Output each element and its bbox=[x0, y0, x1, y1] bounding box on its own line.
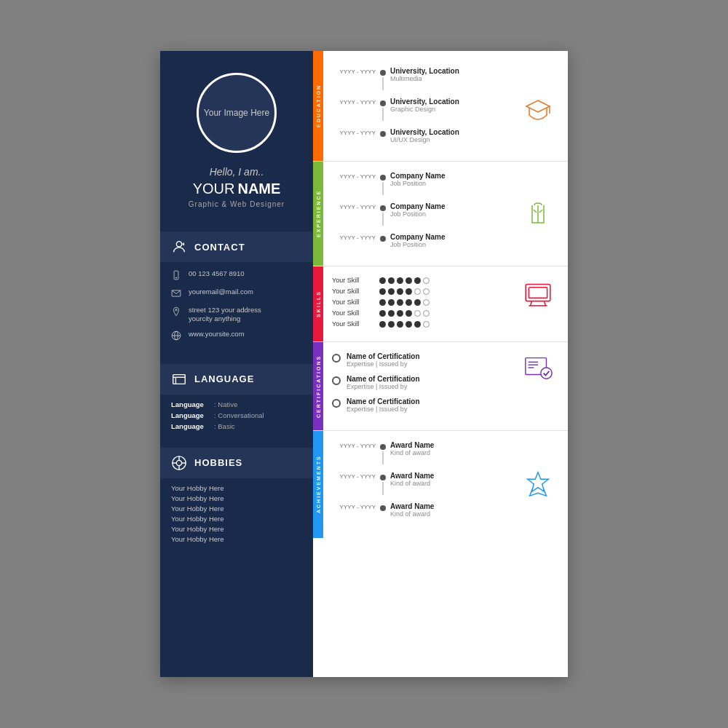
hobbies-section-header: HOBBIES bbox=[160, 448, 313, 478]
education-entries: YYYY - YYYY University, Location Multime… bbox=[332, 67, 523, 151]
edu-entry-3: YYYY - YYYY University, Location UI/UX D… bbox=[332, 128, 523, 143]
hobbies-section-title: HOBBIES bbox=[194, 457, 242, 468]
svg-line-25 bbox=[544, 301, 545, 306]
svg-point-29 bbox=[541, 368, 552, 379]
address-text: street 123 your address yourcity anythin… bbox=[189, 306, 261, 324]
achievements-tab-label: ACHIEVEMENTS bbox=[316, 456, 321, 514]
certifications-section: CERTIFICATIONS Name of Certification Exp… bbox=[313, 342, 568, 431]
education-section: EDUCATION YYYY - YYYY University, Locati… bbox=[313, 51, 568, 162]
hobby-1: Your Hobby Here bbox=[171, 484, 302, 492]
skill-1-dots bbox=[379, 277, 430, 284]
contact-list: 00 123 4567 8910 youremail@mail.com bbox=[160, 262, 313, 355]
sidebar: Your Image Here Hello, I am.. YOUR NAME … bbox=[160, 51, 313, 677]
phone-text: 00 123 4567 8910 bbox=[189, 269, 245, 278]
achievements-section: ACHIEVEMENTS YYYY - YYYY Award Name Kind… bbox=[313, 431, 568, 538]
certs-tab-label: CERTIFICATIONS bbox=[316, 355, 321, 417]
hobby-5: Your Hobby Here bbox=[171, 525, 302, 533]
hobby-6: Your Hobby Here bbox=[171, 535, 302, 543]
cert-entries: Name of Certification Expertise | Issued… bbox=[332, 352, 523, 420]
svg-point-4 bbox=[175, 277, 176, 278]
edu-date-3: YYYY - YYYY bbox=[332, 128, 376, 136]
profile-section: Your Image Here Hello, I am.. YOUR NAME … bbox=[160, 51, 313, 223]
certifications-content: Name of Certification Expertise | Issued… bbox=[328, 352, 553, 420]
svg-line-24 bbox=[531, 301, 532, 306]
skill-2-dots bbox=[379, 288, 430, 295]
contact-phone: 00 123 4567 8910 bbox=[171, 269, 302, 282]
hobbies-list: Your Hobby Here Your Hobby Here Your Hob… bbox=[160, 478, 313, 551]
edu-entry-2: YYYY - YYYY University, Location Graphic… bbox=[332, 98, 523, 121]
profile-image-label: Your Image Here bbox=[204, 107, 269, 119]
cert-2: Name of Certification Expertise | Issued… bbox=[332, 375, 523, 390]
edu-dot-1 bbox=[380, 70, 386, 90]
web-text: www.yoursite.com bbox=[189, 330, 245, 339]
name-display: YOUR NAME bbox=[193, 181, 281, 197]
achievements-entries: YYYY - YYYY Award Name Kind of award YYY… bbox=[332, 441, 523, 525]
lang-2: Language : Conversational bbox=[171, 411, 302, 419]
education-content: YYYY - YYYY University, Location Multime… bbox=[328, 67, 553, 151]
skill-3-dots bbox=[379, 299, 430, 306]
language-section-header: LANGUAGE bbox=[160, 364, 313, 395]
achievements-icon bbox=[523, 468, 553, 499]
main-content: EDUCATION YYYY - YYYY University, Locati… bbox=[313, 51, 568, 677]
skills-entries: Your Skill Your Skill Your Skill bbox=[332, 277, 523, 331]
exp-entry-1: YYYY - YYYY Company Name Job Position bbox=[332, 172, 523, 195]
language-section-title: LANGUAGE bbox=[194, 373, 254, 384]
skill-5: Your Skill bbox=[332, 320, 523, 328]
profile-title: Graphic & Web Designer bbox=[189, 200, 285, 208]
skill-4: Your Skill bbox=[332, 309, 523, 317]
name-light: YOUR bbox=[193, 181, 235, 197]
exp-entry-3: YYYY - YYYY Company Name Job Position bbox=[332, 233, 523, 248]
contact-section-title: CONTACT bbox=[194, 242, 245, 253]
language-icon bbox=[171, 371, 187, 387]
svg-point-0 bbox=[176, 242, 181, 247]
experience-content: YYYY - YYYY Company Name Job Position YY… bbox=[328, 172, 553, 256]
hobby-2: Your Hobby Here bbox=[171, 494, 302, 502]
svg-line-21 bbox=[534, 210, 537, 213]
contact-web: www.yoursite.com bbox=[171, 330, 302, 342]
skills-content: Your Skill Your Skill Your Skill bbox=[328, 277, 553, 331]
education-icon bbox=[523, 94, 553, 124]
email-text: youremail@mail.com bbox=[189, 288, 253, 296]
edu-info-1: University, Location Multimedia bbox=[390, 67, 523, 82]
skills-section: SKILLS Your Skill Your Skill bbox=[313, 266, 568, 342]
experience-tab-label: EXPERIENCE bbox=[316, 190, 321, 237]
education-tab-label: EDUCATION bbox=[316, 84, 321, 127]
skill-5-dots bbox=[379, 321, 430, 328]
cert-1: Name of Certification Expertise | Issued… bbox=[332, 352, 523, 368]
svg-point-14 bbox=[176, 460, 181, 465]
edu-date-2: YYYY - YYYY bbox=[332, 98, 376, 106]
profile-image: Your Image Here bbox=[197, 73, 277, 153]
phone-icon bbox=[171, 270, 183, 282]
svg-line-22 bbox=[539, 210, 542, 213]
certifications-icon bbox=[523, 352, 553, 383]
skills-icon bbox=[523, 277, 553, 307]
contact-section-header: CONTACT bbox=[160, 232, 313, 262]
contact-address: street 123 your address yourcity anythin… bbox=[171, 306, 302, 324]
resume-container: Your Image Here Hello, I am.. YOUR NAME … bbox=[160, 51, 568, 677]
contact-email: youremail@mail.com bbox=[171, 288, 302, 300]
svg-rect-10 bbox=[173, 374, 186, 384]
cert-3: Name of Certification Expertise | Issued… bbox=[332, 397, 523, 413]
skills-tab-label: SKILLS bbox=[316, 290, 321, 317]
lang-3: Language : Basic bbox=[171, 422, 302, 430]
hobby-3: Your Hobby Here bbox=[171, 505, 302, 513]
location-icon bbox=[171, 306, 183, 318]
cert-circle-1 bbox=[332, 354, 341, 363]
exp-entry-2: YYYY - YYYY Company Name Job Position bbox=[332, 202, 523, 226]
hello-text: Hello, I am.. bbox=[210, 166, 264, 178]
ach-entry-3: YYYY - YYYY Award Name Kind of award bbox=[332, 502, 523, 518]
svg-rect-27 bbox=[529, 288, 547, 298]
ach-entry-1: YYYY - YYYY Award Name Kind of award bbox=[332, 441, 523, 464]
name-bold: NAME bbox=[237, 181, 280, 197]
experience-entries: YYYY - YYYY Company Name Job Position YY… bbox=[332, 172, 523, 256]
hobbies-icon bbox=[171, 455, 187, 471]
web-icon bbox=[171, 331, 183, 342]
skill-2: Your Skill bbox=[332, 288, 523, 295]
skill-4-dots bbox=[379, 310, 430, 317]
edu-entry-1: YYYY - YYYY University, Location Multime… bbox=[332, 67, 523, 90]
edu-date-1: YYYY - YYYY bbox=[332, 67, 376, 75]
cert-circle-2 bbox=[332, 376, 341, 385]
achievements-content: YYYY - YYYY Award Name Kind of award YYY… bbox=[328, 441, 553, 525]
svg-point-6 bbox=[175, 309, 177, 311]
skill-3: Your Skill bbox=[332, 298, 523, 306]
